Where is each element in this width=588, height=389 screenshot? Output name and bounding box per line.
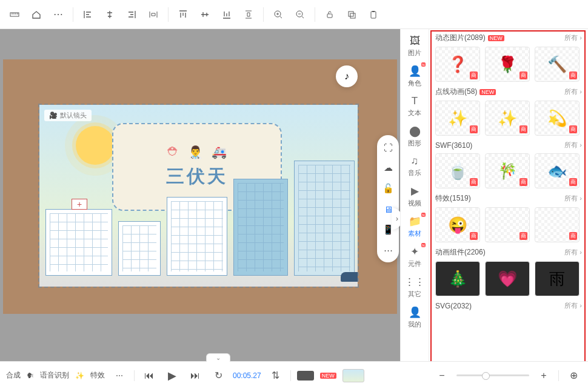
next-frame-button[interactable]: ⏭	[187, 367, 204, 384]
cat-角色[interactable]: 👤角色N	[400, 61, 429, 91]
shape-icon: ⬤	[409, 125, 421, 138]
asset-thumb[interactable]: 🎋商	[485, 153, 530, 188]
zoom-in-bottom[interactable]: +	[535, 367, 552, 384]
home-button[interactable]	[27, 5, 46, 24]
cat-文本[interactable]: T文本	[400, 91, 429, 121]
asset-thumb[interactable]: 商	[535, 207, 580, 242]
align-center-h-button[interactable]	[100, 5, 119, 24]
asset-thumb[interactable]: 😜商	[435, 207, 480, 242]
bottombar-collapse[interactable]: ⌄	[206, 353, 230, 362]
timecode-sort[interactable]: ⇅	[267, 367, 284, 384]
asset-thumb[interactable]: 🌹商	[485, 47, 530, 82]
badge-n: N	[421, 213, 426, 217]
section-SWF(3610): SWF(3610) 所有 › 🍵商🎋商🐟商	[429, 137, 588, 190]
cat-label: 视频	[408, 199, 421, 208]
asset-thumb[interactable]: ✨商	[435, 101, 480, 136]
fx-more[interactable]: ⋯	[111, 367, 128, 384]
cat-label: 我的	[408, 320, 421, 329]
dist-h-button[interactable]	[144, 5, 163, 24]
fx-icon: ✨	[75, 371, 84, 380]
cat-label: 角色	[408, 79, 421, 88]
ruler-button[interactable]	[5, 5, 24, 24]
cat-图片[interactable]: 🖼图片	[400, 32, 429, 61]
asset-thumb[interactable]: ✨商	[485, 101, 530, 136]
pill-cloud[interactable]: ☁	[382, 162, 394, 174]
zoom-in-button[interactable]	[269, 5, 288, 24]
cat-视频[interactable]: ▶视频	[400, 181, 429, 211]
unlock-button[interactable]	[320, 5, 339, 24]
align-bottom-button[interactable]	[217, 5, 236, 24]
biz-badge: 商	[520, 232, 527, 240]
dist-v-button[interactable]	[239, 5, 258, 24]
bottom-bar: ⌄ 合成 🗣 语音识别 ✨ 特效 ⋯ ⏮ ▶ ⏭ ↻ 00:05.27 ⇅ NE…	[0, 361, 588, 389]
prev-frame-button[interactable]: ⏮	[141, 367, 158, 384]
asset-thumb[interactable]: 🎄	[435, 261, 480, 296]
cat-label: 图形	[408, 139, 421, 148]
section-title: 动画组件(2206)	[435, 247, 486, 258]
badge-n: N	[421, 243, 426, 247]
asset-thumb[interactable]: 雨	[535, 261, 580, 296]
asset-thumb[interactable]: 商	[485, 207, 530, 242]
biz-badge: 商	[520, 125, 527, 133]
compose-label[interactable]: 合成	[6, 370, 21, 381]
pill-expand[interactable]: ›	[392, 208, 400, 230]
play-button[interactable]: ▶	[164, 367, 181, 384]
canvas-area[interactable]: ⛑👨‍⚕️🚑 三伏天 + 🎥 默认镜头 ♪ ⛶ ☁ 🔓	[0, 29, 400, 361]
settings-button[interactable]: ⊕	[565, 367, 582, 384]
folder-icon: 📁	[409, 215, 421, 228]
biz-badge: 商	[520, 71, 527, 79]
zoom-slider[interactable]	[456, 374, 529, 376]
section-title: SVG(2032)	[435, 302, 472, 310]
asset-thumb[interactable]: 💫商	[535, 101, 580, 136]
paste-button[interactable]	[364, 5, 383, 24]
all-link[interactable]: 所有 ›	[564, 194, 582, 203]
more-button[interactable]: ⋯	[48, 5, 68, 24]
cat-我的[interactable]: 👤我的	[400, 302, 429, 333]
voice-label[interactable]: 语音识别	[40, 370, 69, 381]
pill-more[interactable]: ⋯	[382, 244, 394, 256]
cat-其它[interactable]: ⋮⋮其它	[400, 272, 429, 302]
mini-preview[interactable]	[342, 369, 364, 382]
track-thumb[interactable]	[297, 371, 314, 381]
cat-label: 其它	[408, 290, 421, 299]
asset-thumb[interactable]: 🍵商	[435, 153, 480, 188]
zoom-out-bottom[interactable]: −	[433, 367, 450, 384]
svg-rect-7	[372, 11, 375, 12]
fx-label[interactable]: 特效	[90, 370, 105, 381]
timecode: 00:05.27	[233, 371, 261, 380]
all-link[interactable]: 所有 ›	[564, 301, 582, 310]
svg-rect-5	[350, 13, 355, 18]
align-top-button[interactable]	[173, 5, 193, 24]
section-title: SWF(3610)	[435, 141, 472, 150]
all-link[interactable]: 所有 ›	[564, 33, 582, 42]
align-middle-button[interactable]	[195, 5, 215, 24]
all-link[interactable]: 所有 ›	[564, 248, 582, 257]
copy-button[interactable]	[342, 5, 361, 24]
cat-素材[interactable]: 📁素材N	[400, 211, 429, 242]
widget-icon: ✦	[410, 245, 419, 258]
section-SVG(2032): SVG(2032) 所有 ›	[429, 298, 588, 315]
voice-icon: 🗣	[27, 371, 34, 380]
cat-元件[interactable]: ✦元件N	[400, 242, 429, 272]
badge-n: N	[421, 62, 426, 67]
zoom-out-button[interactable]	[290, 5, 310, 24]
biz-badge: 商	[569, 232, 577, 240]
pill-unlock[interactable]: 🔓	[382, 182, 394, 194]
section-动画组件(2206): 动画组件(2206) 所有 › 🎄💗雨	[429, 244, 588, 298]
image-icon: 🖼	[410, 35, 420, 47]
align-left-button[interactable]	[78, 5, 98, 24]
cat-音乐[interactable]: ♫音乐	[400, 151, 429, 181]
all-link[interactable]: 所有 ›	[564, 141, 582, 150]
asset-thumb[interactable]: 🐟商	[535, 153, 580, 188]
all-link[interactable]: 所有 ›	[564, 87, 582, 96]
asset-thumb[interactable]: 💗	[485, 261, 530, 296]
biz-badge: 商	[470, 125, 478, 133]
align-right-button[interactable]	[122, 5, 141, 24]
asset-thumb[interactable]: ❓商	[435, 47, 480, 82]
cat-图形[interactable]: ⬤图形	[400, 121, 429, 151]
loop-button[interactable]: ↻	[210, 367, 227, 384]
biz-badge: 商	[569, 71, 577, 79]
music-button[interactable]: ♪	[336, 65, 358, 87]
asset-thumb[interactable]: 🔨商	[535, 47, 580, 82]
pill-fullscreen[interactable]: ⛶	[382, 141, 394, 153]
